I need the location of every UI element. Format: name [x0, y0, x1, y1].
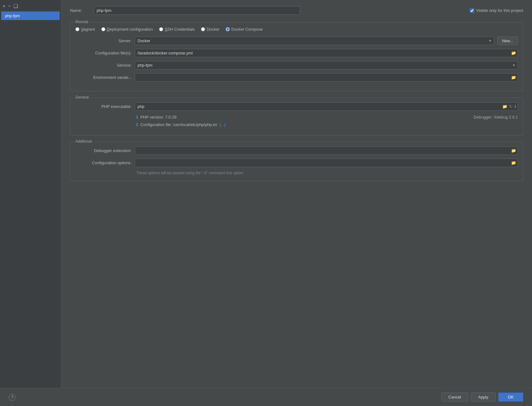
radio-ssh[interactable]: SSH Credentials	[159, 27, 195, 32]
new-button[interactable]: New...	[497, 37, 518, 45]
config-options-folder-icon[interactable]: 📁	[511, 160, 516, 165]
copy-icon[interactable]: ❑	[13, 3, 18, 9]
radio-deployment-input[interactable]	[101, 27, 105, 31]
config-options-row: Configuration options: 📁	[75, 159, 518, 167]
php-exec-label: PHP executable:	[75, 104, 132, 109]
additional-note: These options will be passed using the "…	[136, 171, 518, 175]
php-version-text: PHP version: 7.0.29	[140, 115, 176, 119]
visible-checkbox-area: Visible only for this project	[470, 8, 523, 13]
service-select[interactable]: php-fpm	[135, 61, 518, 69]
radio-docker-compose-label: Docker Compose	[231, 27, 263, 32]
php-exec-folder-icon[interactable]: 📁	[502, 104, 507, 109]
service-label: Service:	[75, 63, 132, 68]
config-files-row: Configuration file(s): 📁	[75, 49, 518, 57]
php-version-row: ℹ PHP version: 7.0.29 Debugger: Xdebug 2…	[136, 114, 518, 119]
help-icon[interactable]: ?	[9, 394, 16, 401]
footer-left: ?	[9, 394, 16, 401]
server-label: Server:	[75, 38, 132, 43]
config-file-info-icon: ℹ	[136, 122, 138, 127]
radio-vagrant[interactable]: Vagrant	[75, 27, 95, 32]
radio-docker-compose[interactable]: Docker Compose	[226, 27, 263, 32]
debugger-ext-input[interactable]	[135, 146, 518, 155]
debugger-ext-folder-icon[interactable]: 📁	[511, 148, 516, 153]
server-select[interactable]: Docker	[135, 37, 494, 45]
debugger-info-text: Debugger: Xdebug 2.6.1	[474, 115, 518, 119]
php-exec-info-icon[interactable]: ℹ	[514, 104, 516, 109]
sidebar-toolbar: + − ❑	[0, 1, 61, 11]
additional-section: Additional Debugger extension: 📁 Configu…	[70, 142, 523, 181]
radio-docker-label: Docker	[207, 27, 219, 32]
sidebar-item-label: php-fpm	[5, 13, 20, 18]
radio-ssh-input[interactable]	[159, 27, 163, 31]
config-files-wrapper: 📁	[135, 49, 518, 57]
name-label: Name:	[70, 8, 89, 13]
header-row: Name: Visible only for this project	[70, 6, 523, 15]
php-exec-wrapper: 📁 ↻ ℹ	[135, 102, 518, 111]
config-files-folder-icon[interactable]: 📁	[511, 51, 516, 55]
radio-vagrant-label: Vagrant	[81, 27, 95, 32]
name-input[interactable]	[94, 6, 300, 15]
radio-docker-input[interactable]	[201, 27, 205, 31]
ok-button[interactable]: OK	[498, 393, 523, 402]
php-exec-icons: 📁 ↻ ℹ	[502, 104, 516, 109]
env-label: Environment variab...	[75, 75, 132, 80]
sidebar-item-php-fpm[interactable]: php-fpm	[1, 12, 60, 20]
php-version-info-icon: ℹ	[136, 114, 138, 119]
config-options-input[interactable]	[135, 159, 518, 167]
debugger-ext-label: Debugger extension:	[75, 148, 132, 153]
main-layout: + − ❑ php-fpm Name: Visible only for thi…	[0, 0, 532, 388]
php-exec-input[interactable]	[135, 102, 518, 111]
server-row: Server: Docker ▼ New...	[75, 37, 518, 45]
env-input[interactable]	[135, 73, 518, 82]
config-files-input[interactable]	[135, 49, 518, 57]
visible-checkbox[interactable]	[470, 8, 474, 13]
config-file-link[interactable]: {...}	[219, 122, 226, 127]
config-options-wrapper: 📁	[135, 159, 518, 167]
config-file-info-text: Configuration file: /usr/local/etc/php/p…	[140, 122, 217, 127]
env-row: Environment variab... 📁	[75, 73, 518, 82]
add-icon[interactable]: +	[3, 3, 5, 9]
config-options-label: Configuration options:	[75, 160, 132, 165]
visible-label: Visible only for this project	[476, 8, 523, 13]
config-files-label: Configuration file(s):	[75, 51, 132, 55]
footer: ? Cancel Apply OK	[0, 388, 532, 406]
php-exec-row: PHP executable: 📁 ↻ ℹ	[75, 102, 518, 111]
remote-section: Remote Vagrant Deployment configuration …	[70, 22, 523, 91]
radio-deployment[interactable]: Deployment configuration	[101, 27, 153, 32]
general-section-title: General	[74, 95, 90, 99]
debugger-ext-row: Debugger extension: 📁	[75, 146, 518, 155]
env-wrapper: 📁	[135, 73, 518, 82]
remote-radio-row: Vagrant Deployment configuration SSH Cre…	[75, 27, 518, 32]
additional-section-title: Additional	[74, 139, 93, 144]
config-file-row: ℹ Configuration file: /usr/local/etc/php…	[136, 122, 518, 127]
service-select-wrapper: php-fpm ▼	[135, 61, 518, 69]
radio-deployment-label: Deployment configuration	[107, 27, 153, 32]
radio-docker[interactable]: Docker	[201, 27, 219, 32]
apply-button[interactable]: Apply	[471, 393, 496, 402]
php-exec-refresh-icon[interactable]: ↻	[509, 104, 513, 109]
radio-docker-compose-input[interactable]	[226, 27, 230, 31]
radio-vagrant-input[interactable]	[75, 27, 79, 31]
service-row: Service: php-fpm ▼	[75, 61, 518, 69]
cancel-button[interactable]: Cancel	[441, 393, 468, 402]
debugger-ext-wrapper: 📁	[135, 146, 518, 155]
env-folder-icon[interactable]: 📁	[511, 75, 516, 80]
content-area: Name: Visible only for this project Remo…	[61, 0, 532, 388]
remote-section-title: Remote	[74, 20, 90, 24]
remove-icon[interactable]: −	[8, 3, 11, 9]
server-select-wrapper: Docker ▼	[135, 37, 494, 45]
sidebar: + − ❑ php-fpm	[0, 0, 61, 388]
radio-ssh-label: SSH Credentials	[165, 27, 195, 32]
general-section: General PHP executable: 📁 ↻ ℹ ℹ PHP vers…	[70, 98, 523, 135]
